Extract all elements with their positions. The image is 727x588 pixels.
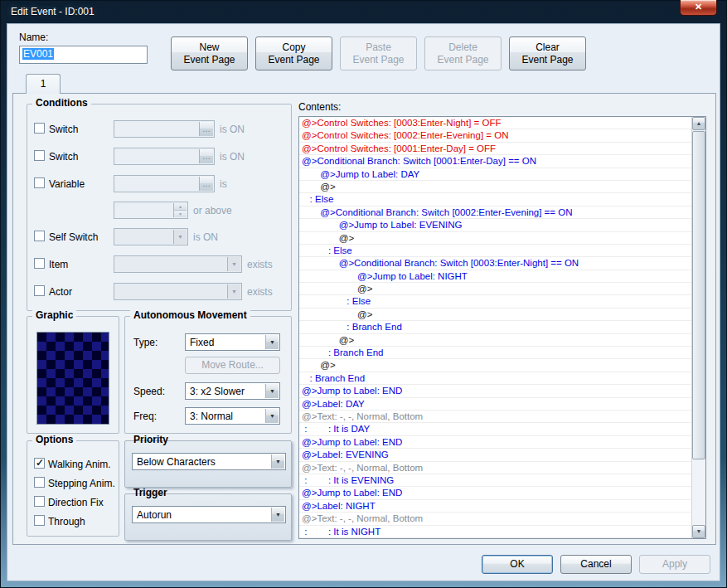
- actor-dropdown[interactable]: ▼: [114, 283, 242, 300]
- movement-freq-dropdown[interactable]: 3: Normal ▼: [185, 407, 280, 425]
- event-command-line[interactable]: @>Conditional Branch: Switch [0002:Enter…: [299, 207, 691, 219]
- switch2-picker-button[interactable]: …: [199, 149, 213, 163]
- switch1-field[interactable]: …: [114, 120, 215, 138]
- event-command-line[interactable]: @>: [299, 283, 691, 295]
- switch2-field[interactable]: …: [114, 148, 215, 165]
- event-command-line[interactable]: : Branch End: [299, 321, 691, 333]
- event-command-line[interactable]: @>Label: DAY: [299, 398, 691, 411]
- scroll-down-icon[interactable]: ▼: [692, 525, 705, 538]
- walking-anim-label: Walking Anim.: [48, 459, 111, 470]
- event-command-line[interactable]: @>Text: -, -, Normal, Bottom: [299, 513, 691, 525]
- type-label: Type:: [133, 337, 158, 348]
- clear-event-page-button[interactable]: Clear Event Page: [509, 36, 586, 70]
- item-checkbox[interactable]: [34, 258, 45, 269]
- event-command-line[interactable]: @>Label: NIGHT: [299, 500, 691, 513]
- variable-field[interactable]: …: [114, 175, 215, 192]
- movement-type-dropdown[interactable]: Fixed ▼: [185, 333, 280, 351]
- copy-event-page-button[interactable]: Copy Event Page: [255, 36, 332, 70]
- event-command-line[interactable]: : Else: [299, 193, 691, 206]
- dropdown-arrow-icon[interactable]: ▼: [265, 335, 279, 349]
- event-command-line[interactable]: @>Text: -, -, Normal, Bottom: [299, 411, 691, 423]
- event-command-line[interactable]: @>Jump to Label: END: [299, 436, 691, 449]
- dropdown-arrow-icon[interactable]: ▼: [265, 384, 279, 398]
- contents-label: Contents:: [298, 101, 341, 113]
- event-command-line[interactable]: @>Jump to Label: DAY: [299, 168, 691, 181]
- titlebar[interactable]: Edit Event - ID:001 ✕: [0, 0, 727, 23]
- event-command-line[interactable]: @>: [299, 309, 691, 321]
- event-command-line[interactable]: @>Jump to Label: EVENING: [299, 219, 691, 231]
- spin-down-icon[interactable]: ▼: [173, 211, 187, 217]
- priority-group: Priority Below Characters ▼: [124, 440, 292, 488]
- trigger-title: Trigger: [130, 487, 171, 498]
- self-switch-suffix: is ON: [193, 231, 218, 243]
- item-dropdown[interactable]: ▼: [114, 255, 242, 273]
- event-command-line[interactable]: @>Jump to Label: END: [299, 487, 691, 499]
- scroll-up-icon[interactable]: ▲: [692, 117, 705, 130]
- priority-dropdown[interactable]: Below Characters ▼: [132, 453, 286, 470]
- dropdown-arrow-icon[interactable]: ▼: [271, 508, 284, 522]
- apply-button[interactable]: Apply: [639, 555, 710, 574]
- scrollbar-thumb[interactable]: [692, 131, 705, 459]
- self-switch-checkbox[interactable]: [34, 231, 45, 241]
- event-command-line[interactable]: : Else: [299, 245, 691, 257]
- event-command-line[interactable]: @>: [299, 334, 691, 347]
- contents-list[interactable]: @>Control Switches: [0003:Enter-Night] =…: [298, 116, 706, 539]
- paste-event-page-button[interactable]: Paste Event Page: [340, 36, 417, 70]
- event-command-line[interactable]: @>Conditional Branch: Switch [0003:Enter…: [299, 257, 691, 270]
- dropdown-arrow-icon[interactable]: ▼: [227, 284, 240, 299]
- event-command-line[interactable]: @>Conditional Branch: Switch [0001:Enter…: [299, 155, 691, 168]
- ok-button[interactable]: OK: [482, 555, 553, 574]
- conditions-group: Conditions Switch … is ON Switch … is ON…: [27, 104, 292, 311]
- self-switch-dropdown[interactable]: ▼: [114, 228, 188, 245]
- event-graphic-preview[interactable]: [36, 332, 109, 425]
- event-command-line[interactable]: : Branch End: [299, 372, 691, 385]
- event-command-line[interactable]: @>Control Switches: [0002:Enter-Evening]…: [299, 129, 691, 142]
- through-checkbox[interactable]: [34, 515, 45, 526]
- contents-scrollbar[interactable]: ▲ ▼: [691, 117, 705, 538]
- event-command-line[interactable]: @>Control Switches: [0003:Enter-Night] =…: [299, 117, 691, 129]
- variable-picker-button[interactable]: …: [199, 177, 213, 191]
- event-command-line[interactable]: @>Control Switches: [0001:Enter-Day] = O…: [299, 143, 691, 155]
- close-button[interactable]: ✕: [680, 0, 717, 16]
- trigger-dropdown[interactable]: Autorun ▼: [132, 506, 286, 523]
- self-switch-label: Self Switch: [49, 231, 98, 243]
- dropdown-arrow-icon[interactable]: ▼: [227, 257, 240, 271]
- event-command-line[interactable]: : : It is DAY: [299, 423, 691, 435]
- variable-value-spinner[interactable]: ▲ ▼: [114, 202, 188, 219]
- contents-rows: @>Control Switches: [0003:Enter-Night] =…: [299, 117, 691, 538]
- through-label: Through: [48, 516, 85, 527]
- dropdown-arrow-icon[interactable]: ▼: [173, 230, 187, 244]
- variable-label: Variable: [49, 178, 85, 190]
- switch2-checkbox[interactable]: [34, 150, 45, 161]
- movement-speed-dropdown[interactable]: 3: x2 Slower ▼: [185, 382, 280, 400]
- move-route-button[interactable]: Move Route...: [185, 357, 280, 374]
- event-command-line[interactable]: : : It is EVENING: [299, 474, 691, 487]
- switch1-checkbox[interactable]: [34, 123, 45, 134]
- actor-checkbox[interactable]: [34, 285, 45, 296]
- stepping-anim-checkbox[interactable]: [34, 477, 45, 488]
- actor-suffix: exists: [247, 286, 273, 298]
- variable-checkbox[interactable]: [34, 177, 45, 188]
- name-input[interactable]: EV001: [19, 46, 148, 64]
- event-command-line[interactable]: @>Text: -, -, Normal, Bottom: [299, 462, 691, 474]
- event-command-line[interactable]: : : It is NIGHT: [299, 526, 691, 538]
- event-command-line[interactable]: : Else: [299, 295, 691, 308]
- event-command-line[interactable]: @>: [299, 232, 691, 245]
- event-command-line[interactable]: @>Jump to Label: NIGHT: [299, 270, 691, 283]
- new-event-page-button[interactable]: New Event Page: [171, 36, 248, 70]
- direction-fix-checkbox[interactable]: [34, 496, 45, 507]
- event-command-line[interactable]: @>Jump to Label: END: [299, 385, 691, 397]
- delete-event-page-button[interactable]: Delete Event Page: [424, 36, 502, 70]
- event-command-line[interactable]: @>: [299, 359, 691, 372]
- switch1-picker-button[interactable]: …: [199, 122, 213, 136]
- walking-anim-checkbox[interactable]: [34, 458, 45, 469]
- edit-event-window: Edit Event - ID:001 ✕ Name: EV001 New Ev…: [0, 0, 727, 588]
- event-command-line[interactable]: : Branch End: [299, 347, 691, 359]
- spin-up-icon[interactable]: ▲: [173, 203, 187, 211]
- cancel-button[interactable]: Cancel: [560, 555, 632, 574]
- tab-page-1[interactable]: 1: [26, 74, 61, 94]
- dropdown-arrow-icon[interactable]: ▼: [265, 409, 279, 423]
- event-command-line[interactable]: @>: [299, 181, 691, 193]
- dropdown-arrow-icon[interactable]: ▼: [271, 454, 284, 469]
- event-command-line[interactable]: @>Label: EVENING: [299, 449, 691, 461]
